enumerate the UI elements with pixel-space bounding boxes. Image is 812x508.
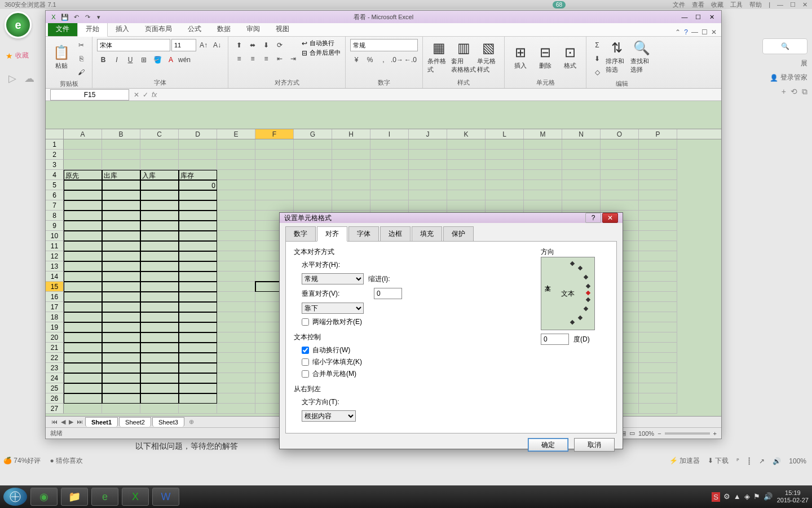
cell[interactable] xyxy=(64,211,102,221)
h-align-select[interactable]: 常规 xyxy=(302,273,364,284)
cell[interactable] xyxy=(294,190,332,200)
undo-icon[interactable]: ↶ xyxy=(72,12,81,21)
cell[interactable] xyxy=(562,190,601,200)
col-header-C[interactable]: C xyxy=(140,129,179,139)
help-icon[interactable]: ? xyxy=(684,28,688,36)
cell[interactable] xyxy=(64,150,102,160)
cell-style-button[interactable]: ▧单元格样式 xyxy=(477,39,500,75)
cell[interactable] xyxy=(217,200,255,211)
cell[interactable] xyxy=(102,150,140,160)
minimize-ribbon-icon[interactable]: ⌃ xyxy=(675,28,681,36)
cell[interactable] xyxy=(217,170,255,180)
cell[interactable] xyxy=(332,139,370,150)
row-header[interactable]: 26 xyxy=(46,393,64,404)
cell[interactable] xyxy=(370,160,409,170)
cell[interactable] xyxy=(64,241,102,251)
cell[interactable] xyxy=(639,404,677,414)
cell[interactable] xyxy=(179,271,217,282)
italic-button[interactable]: I xyxy=(111,54,123,66)
cell[interactable] xyxy=(179,322,217,332)
cell[interactable] xyxy=(562,139,601,150)
find-select-button[interactable]: 🔍查找和选择 xyxy=(630,39,653,75)
cell[interactable] xyxy=(140,150,179,160)
cell[interactable] xyxy=(332,160,370,170)
cell[interactable] xyxy=(217,343,255,353)
cell[interactable] xyxy=(294,150,332,160)
cell[interactable] xyxy=(255,200,294,211)
cell[interactable] xyxy=(217,302,255,312)
accept-formula-icon[interactable]: ✓ xyxy=(143,91,148,99)
dialog-close-icon[interactable]: ✕ xyxy=(602,213,618,223)
cell[interactable] xyxy=(639,393,677,404)
cell[interactable] xyxy=(447,170,486,180)
col-header-A[interactable]: A xyxy=(64,129,102,139)
cell[interactable] xyxy=(140,322,179,332)
cell[interactable] xyxy=(639,353,677,363)
zoom-out-icon[interactable]: − xyxy=(657,430,661,437)
cell[interactable] xyxy=(332,150,370,160)
cell[interactable] xyxy=(409,180,447,190)
tray-icon[interactable]: ⚑ xyxy=(753,492,760,502)
cell[interactable] xyxy=(140,302,179,312)
format-cells-button[interactable]: ⊡格式 xyxy=(559,39,581,75)
cell[interactable] xyxy=(255,139,294,150)
cell[interactable] xyxy=(217,292,255,302)
cell[interactable] xyxy=(217,180,255,190)
align-middle-icon[interactable]: ⬌ xyxy=(246,39,259,51)
col-header-E[interactable]: E xyxy=(217,129,255,139)
taskbar-app-excel[interactable]: X xyxy=(122,488,149,506)
row-header[interactable]: 8 xyxy=(46,211,64,221)
cell[interactable] xyxy=(562,180,601,190)
cell[interactable] xyxy=(140,404,179,414)
sort-filter-button[interactable]: ⇅排序和筛选 xyxy=(606,39,628,75)
cell[interactable] xyxy=(409,200,447,211)
cell[interactable] xyxy=(140,312,179,322)
cell[interactable] xyxy=(102,221,140,231)
dec-decimal-icon[interactable]: ←.0 xyxy=(404,54,417,66)
col-header-N[interactable]: N xyxy=(562,129,601,139)
cell[interactable] xyxy=(486,180,524,190)
cell[interactable] xyxy=(217,353,255,363)
wrap-text-button[interactable]: ↩ 自动换行 xyxy=(302,39,341,47)
cell[interactable] xyxy=(524,160,562,170)
row-header[interactable]: 3 xyxy=(46,160,64,170)
cell[interactable] xyxy=(639,302,677,312)
cell[interactable] xyxy=(140,393,179,404)
cell[interactable] xyxy=(524,190,562,200)
sheet-tab-2[interactable]: Sheet2 xyxy=(119,417,151,427)
cell[interactable] xyxy=(140,160,179,170)
cell[interactable] xyxy=(179,251,217,261)
cell[interactable] xyxy=(294,160,332,170)
cell[interactable] xyxy=(639,211,677,221)
font-color-button[interactable]: A xyxy=(165,54,177,66)
misc-icon[interactable]: 🔊 xyxy=(773,457,781,465)
cell[interactable] xyxy=(217,221,255,231)
cell[interactable] xyxy=(217,282,255,292)
cell[interactable] xyxy=(102,261,140,271)
cell[interactable] xyxy=(64,139,102,150)
zoom-label[interactable]: 100% xyxy=(789,457,806,465)
browser-login[interactable]: 👤 登录管家 xyxy=(770,73,807,82)
autosum-icon[interactable]: Σ xyxy=(591,39,603,51)
row-header[interactable]: 11 xyxy=(46,241,64,251)
align-right-icon[interactable]: ≡ xyxy=(260,52,272,65)
dtab-protect[interactable]: 保护 xyxy=(443,226,474,242)
new-tab-icon[interactable]: + xyxy=(782,87,786,97)
table-format-button[interactable]: ▥套用 表格格式 xyxy=(452,39,475,75)
row-header[interactable]: 24 xyxy=(46,373,64,383)
cell[interactable] xyxy=(639,241,677,251)
cell[interactable] xyxy=(179,302,217,312)
cell[interactable] xyxy=(217,322,255,332)
menu-view[interactable]: 查看 xyxy=(692,1,704,9)
cell[interactable] xyxy=(64,200,102,211)
cell[interactable] xyxy=(179,241,217,251)
dialog-help-icon[interactable]: ? xyxy=(585,213,601,223)
cell[interactable] xyxy=(601,180,639,190)
browser-search-input[interactable]: 🔍 xyxy=(762,38,807,54)
cell[interactable] xyxy=(179,404,217,414)
cell[interactable] xyxy=(255,160,294,170)
justify-checkbox[interactable] xyxy=(302,318,309,326)
cell[interactable] xyxy=(179,221,217,231)
cell[interactable] xyxy=(179,363,217,373)
taskbar-app-word[interactable]: W xyxy=(152,488,179,506)
